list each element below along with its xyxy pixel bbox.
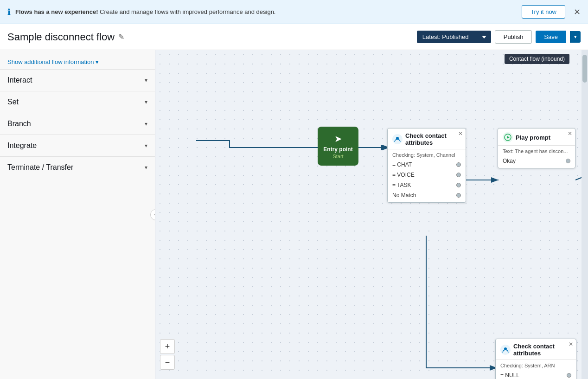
check1-voice-connector [456,173,461,177]
check1-header: Check contact attributes ✕ [388,128,466,149]
check2-subtitle: Checking: System, ARN [496,360,576,370]
publish-button[interactable]: Publish [495,30,532,44]
try-it-now-button[interactable]: Try it now [522,5,565,19]
sidebar-branch-label: Branch [7,120,31,128]
show-info-text: Show additional flow information [7,58,94,65]
contact-flow-badge: Contact flow (inbound) [505,54,569,64]
check1-chat-connector [456,162,461,167]
check-contact-attributes-node-2[interactable]: Check contact attributes ✕ Checking: Sys… [495,339,576,379]
sidebar-collapse-button[interactable]: ◀ [150,209,155,220]
check-contact-attributes-node-1[interactable]: Check contact attributes ✕ Checking: Sys… [387,128,466,203]
banner-bold-text: Flows has a new experience! [15,8,98,15]
banner-text: Flows has a new experience! Create and m… [15,8,517,15]
info-banner: ℹ Flows has a new experience! Create and… [0,0,588,24]
check1-task-connector [456,183,461,187]
flow-title-area: Sample disconnect flow ✎ [7,31,417,43]
entry-icon: ➤ [323,133,353,144]
show-info-chevron: ▾ [96,58,99,65]
sidebar-section-terminate-header[interactable]: Terminate / Transfer ▾ [0,157,155,178]
main-area: ◀ Show additional flow information ▾ Int… [0,50,588,379]
check2-icon [500,345,511,355]
check2-title: Check contact attributes [513,343,571,357]
flow-title-text: Sample disconnect flow [7,31,115,43]
play-prompt-node[interactable]: Play prompt ✕ Text: The agent has discon… [498,128,575,168]
sidebar-section-set: Set ▾ [0,91,155,113]
entry-start-label: Start [323,154,353,159]
interact-chevron-icon: ▾ [145,77,147,84]
sidebar-integrate-label: Integrate [7,141,37,150]
check2-option-null: = NULL [496,370,576,379]
sidebar-terminate-label: Terminate / Transfer [7,163,73,172]
sidebar-section-integrate-header[interactable]: Integrate ▾ [0,135,155,156]
play-prompt-icon [503,132,513,142]
sidebar-section-interact: Interact ▾ [0,69,155,91]
canvas-area[interactable]: Contact flow (inbound) [155,50,588,379]
info-icon: ℹ [7,7,11,17]
set-chevron-icon: ▾ [145,99,147,105]
banner-close-button[interactable]: ✕ [574,7,581,17]
svg-marker-3 [507,136,510,139]
check2-close-button[interactable]: ✕ [569,341,573,347]
check2-header: Check contact attributes ✕ [496,339,576,360]
save-caret-button[interactable]: ▾ [570,31,581,43]
play-prompt-okay-connector [566,159,570,163]
play-prompt-title: Play prompt [516,134,550,141]
sidebar-set-label: Set [7,98,19,106]
check1-option-nomatch: No Match [388,190,466,202]
zoom-in-button[interactable]: + [160,339,175,354]
sidebar-section-terminate: Terminate / Transfer ▾ [0,156,155,178]
zoom-controls: + − [160,339,175,370]
terminate-chevron-icon: ▾ [145,164,147,171]
sidebar-section-integrate: Integrate ▾ [0,135,155,156]
check1-title: Check contact attributes [405,132,461,146]
sidebar: ◀ Show additional flow information ▾ Int… [0,50,155,379]
sidebar-section-set-header[interactable]: Set ▾ [0,91,155,113]
check1-option-task: = TASK [388,180,466,190]
sidebar-section-branch-header[interactable]: Branch ▾ [0,113,155,135]
version-select-wrap: Latest: Published [417,31,491,43]
save-button[interactable]: Save [536,31,566,43]
play-prompt-subtitle: Text: The agent has discon... [498,146,575,156]
check1-option-chat: = CHAT [388,160,466,170]
check1-icon [392,134,403,144]
integrate-chevron-icon: ▾ [145,142,147,149]
header: Sample disconnect flow ✎ Latest: Publish… [0,24,588,50]
sidebar-section-interact-header[interactable]: Interact ▾ [0,70,155,91]
play-prompt-option-okay: Okay [498,156,575,168]
check1-option-voice: = VOICE [388,170,466,180]
header-controls: Latest: Published Publish Save ▾ [417,30,581,44]
show-info-row[interactable]: Show additional flow information ▾ [0,55,155,69]
entry-point-node[interactable]: ➤ Entry point Start [318,127,358,166]
version-select[interactable]: Latest: Published [417,31,491,43]
sidebar-section-branch: Branch ▾ [0,113,155,135]
banner-rest-text: Create and manage flows with improved pe… [100,8,275,15]
check1-close-button[interactable]: ✕ [458,130,463,137]
sidebar-interact-label: Interact [7,76,32,84]
canvas-scrollbar[interactable] [582,50,588,379]
play-prompt-close-button[interactable]: ✕ [568,130,572,137]
check1-subtitle: Checking: System, Channel [388,149,466,160]
branch-chevron-icon: ▾ [145,121,147,127]
edit-title-icon[interactable]: ✎ [118,32,124,41]
flow-connections-svg [155,50,588,379]
check1-nomatch-connector [456,193,461,198]
check2-null-connector [567,373,571,378]
entry-point-label: Entry point [323,146,353,153]
play-prompt-header: Play prompt ✕ [498,128,575,146]
zoom-out-button[interactable]: − [160,355,175,370]
